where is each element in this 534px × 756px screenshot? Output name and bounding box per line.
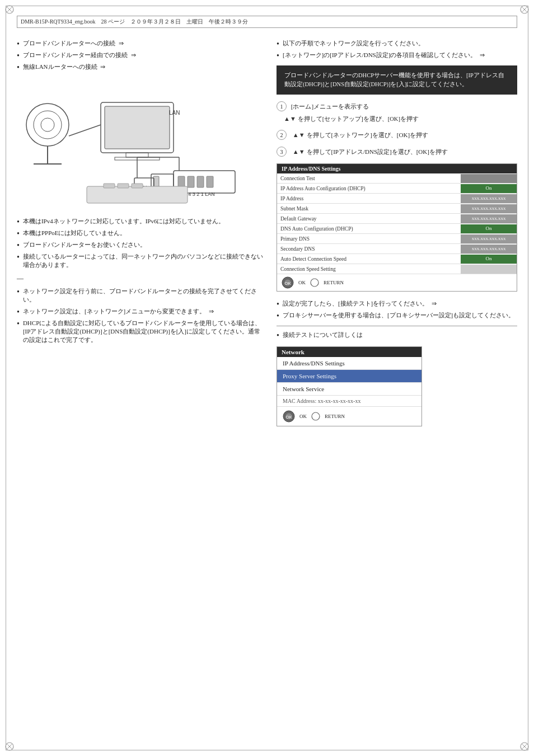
- network-item-proxy[interactable]: Proxy Server Settings: [277, 370, 421, 383]
- right-intro-bullets: • 以下の手順でネットワーク設定を行ってください。 • [ネットワーク]の[IP…: [277, 39, 517, 60]
- arrow-right-2: ⇒: [480, 51, 485, 59]
- step-1-header: 1 [ホーム]メニューを表示する: [277, 101, 517, 111]
- mid-bullet-2: • 本機はPPPoEには対応していません。: [17, 229, 263, 238]
- step-1-num: 1: [277, 101, 287, 111]
- dns-row-ip-address: IP Address xxx.xxx.xxx.xxx: [277, 194, 517, 204]
- svg-line-22: [69, 125, 101, 136]
- after-dot-1: •: [277, 300, 279, 308]
- dns-value-dns-auto: On: [461, 224, 517, 233]
- bottom-dot-1: •: [17, 288, 20, 296]
- network-item-service[interactable]: Network Service: [277, 383, 421, 396]
- dns-row-secondary-dns: Secondary DNS xxx.xxx.xxx.xxx: [277, 244, 517, 254]
- mid-text-3: ブロードバンドルーターをお使いください。: [23, 241, 263, 249]
- bottom-bullet-3: • DHCPによる自動設定に対応しているブロードバンドルーターを使用している場合…: [17, 319, 263, 345]
- bullet-item-3: • 無線LANルーターへの接続 ⇒: [17, 63, 263, 72]
- step-2-desc: ▲▼を押して[ネットワーク]を選び、[OK]を押す: [291, 132, 428, 138]
- dns-panel-footer: OK OK RETURN: [277, 274, 517, 291]
- top-bullets: • ブロードバンドルーターへの接続 ⇒ • ブロードバンドルーター経由での接続 …: [17, 39, 263, 72]
- svg-rect-18: [105, 106, 170, 149]
- mid-text-1: 本機はIPv4ネットワークに対応しています。IPv6には対応していません。: [23, 217, 263, 226]
- dns-footer-ok-label: OK: [298, 280, 306, 285]
- svg-point-12: [26, 104, 69, 146]
- bullet-text-2: ブロードバンドルーター経由での接続 ⇒: [23, 51, 263, 59]
- bullet-text-3: 無線LANルーターへの接続 ⇒: [23, 63, 263, 71]
- bottom-text-1: ネットワーク設定を行う前に、ブロードバンドルーターとの接続を完了させてください。: [23, 287, 263, 304]
- dns-label-primary-dns: Primary DNS: [277, 235, 461, 243]
- right-bullet-1: • 以下の手順でネットワーク設定を行ってください。: [277, 39, 517, 48]
- bottom-dot-2: •: [17, 308, 20, 316]
- nav-arrows-3: ▲▼: [293, 148, 305, 155]
- corner-decoration-tl: [4, 4, 15, 15]
- svg-rect-31: [207, 176, 213, 187]
- network-item-service-label: Network Service: [283, 386, 324, 392]
- after-text-2: プロキシサーバーを使用する場合は、[プロキシサーバー設定]も設定してください。: [283, 311, 517, 320]
- after-dot-2: •: [277, 312, 279, 320]
- network-panel-footer: OK OK RETURN: [277, 407, 421, 426]
- dns-label-connection-test: Connection Test: [277, 175, 461, 182]
- bullet-item-1: • ブロードバンドルーターへの接続 ⇒: [17, 39, 263, 48]
- right-dot-2: •: [277, 52, 279, 60]
- step-2-num: 2: [277, 130, 287, 140]
- step-3-header: 3 ▲▼を押して[IPアドレス/DNS設定]を選び、[OK]を押す: [277, 147, 517, 157]
- step-1-desc: [ホーム]メニューを表示する: [291, 103, 369, 110]
- corner-decoration-tr: [519, 4, 530, 15]
- bullet-dot-3: •: [17, 64, 20, 72]
- dns-value-connection-test: [461, 174, 517, 183]
- corner-decoration-br: [519, 741, 530, 752]
- bottom-text-2: ネットワーク設定は、[ネットワーク]メニューから変更できます。 ⇒: [23, 307, 263, 316]
- dns-label-speed-setting: Connection Speed Setting: [277, 265, 461, 273]
- dns-value-speed-setting: [461, 265, 517, 274]
- dns-value-secondary-dns: xxx.xxx.xxx.xxx: [461, 245, 517, 253]
- bottom-text-3: DHCPによる自動設定に対応しているブロードバンドルーターを使用している場合は、…: [23, 319, 263, 345]
- network-ok-icon: OK: [283, 410, 295, 422]
- network-footer-return: RETURN: [325, 414, 345, 419]
- network-panel: Network IP Address/DNS Settings Proxy Se…: [277, 346, 422, 426]
- bottom-bullets: • ネットワーク設定を行う前に、ブロードバンドルーターとの接続を完了させてくださ…: [17, 287, 263, 345]
- svg-rect-30: [197, 176, 204, 187]
- mid-bullet-1: • 本機はIPv4ネットワークに対応しています。IPv6には対応していません。: [17, 217, 263, 226]
- dns-row-gateway: Default Gateway xxx.xxx.xxx.xxx: [277, 214, 517, 224]
- network-diagram: LAN LAN WAN 4 3 2 1 LAN: [17, 80, 241, 209]
- arrow-bottom-2: ⇒: [209, 307, 214, 316]
- extra-dot: •: [277, 332, 279, 340]
- info-block-text: ブロードバンドルーターのDHCPサーバー機能を使用する場合は、[IPアドレス自動…: [284, 72, 504, 87]
- dns-row-connection-test: Connection Test: [277, 173, 517, 184]
- svg-rect-19: [126, 153, 148, 157]
- step-3: 3 ▲▼を押して[IPアドレス/DNS設定]を選び、[OK]を押す: [277, 147, 517, 157]
- bullet-dot-1: •: [17, 40, 20, 48]
- mid-text-2: 本機はPPPoEには対応していません。: [23, 229, 263, 237]
- step-2: 2 ▲▼を押して[ネットワーク]を選び、[OK]を押す: [277, 130, 517, 140]
- bullet-dot-2: •: [17, 52, 20, 60]
- extra-text: 接続テストについて詳しくは: [283, 331, 517, 339]
- dns-row-auto-detect: Auto Detect Connection Speed On: [277, 254, 517, 264]
- mid-bullet-3: • ブロードバンドルーターをお使いください。: [17, 241, 263, 250]
- network-panel-header: Network: [277, 347, 421, 357]
- dns-settings-panel: IP Address/DNS Settings Connection Test …: [277, 163, 517, 292]
- diagram-svg: LAN LAN WAN 4 3 2 1 LAN: [17, 80, 241, 209]
- dns-panel-header: IP Address/DNS Settings: [277, 164, 517, 173]
- network-item-ip[interactable]: IP Address/DNS Settings: [277, 357, 421, 370]
- nav-arrows-2: ▲▼: [293, 132, 305, 138]
- info-block: ブロードバンドルーターのDHCPサーバー機能を使用する場合は、[IPアドレス自動…: [277, 65, 517, 95]
- main-content: • ブロードバンドルーターへの接続 ⇒ • ブロードバンドルーター経由での接続 …: [17, 34, 517, 739]
- step-1-detail: ▲▼を押して[セットアップ]を選び、[OK]を押す: [282, 114, 517, 124]
- mid-dot-2: •: [17, 230, 20, 238]
- after-panel-bullets: • 設定が完了したら、[接続テスト]を行ってください。 ⇒ • プロキシサーバー…: [277, 299, 517, 320]
- svg-rect-38: [118, 184, 129, 188]
- after-bullet-1: • 設定が完了したら、[接続テスト]を行ってください。 ⇒: [277, 299, 517, 308]
- dns-value-subnet: xxx.xxx.xxx.xxx: [461, 204, 517, 213]
- ok-controller-icon: OK: [282, 276, 294, 289]
- corner-decoration-bl: [4, 741, 15, 752]
- svg-text:OK: OK: [284, 281, 291, 286]
- svg-point-13: [34, 111, 62, 139]
- return-button-icon: [310, 278, 319, 287]
- nav-arrows-1: ▲▼: [284, 114, 296, 124]
- mid-dot-3: •: [17, 242, 20, 250]
- dns-label-ip-address: IP Address: [277, 195, 461, 203]
- header-text: DMR-B15P-RQT9334_eng.book 28 ページ ２０９年３月２…: [21, 18, 248, 26]
- dns-row-primary-dns: Primary DNS xxx.xxx.xxx.xxx: [277, 234, 517, 244]
- svg-rect-28: [178, 176, 185, 187]
- bullet-item-2: • ブロードバンドルーター経由での接続 ⇒: [17, 51, 263, 60]
- dns-label-dns-auto: DNS Auto Configuration (DHCP): [277, 225, 461, 233]
- svg-point-43: [311, 279, 318, 287]
